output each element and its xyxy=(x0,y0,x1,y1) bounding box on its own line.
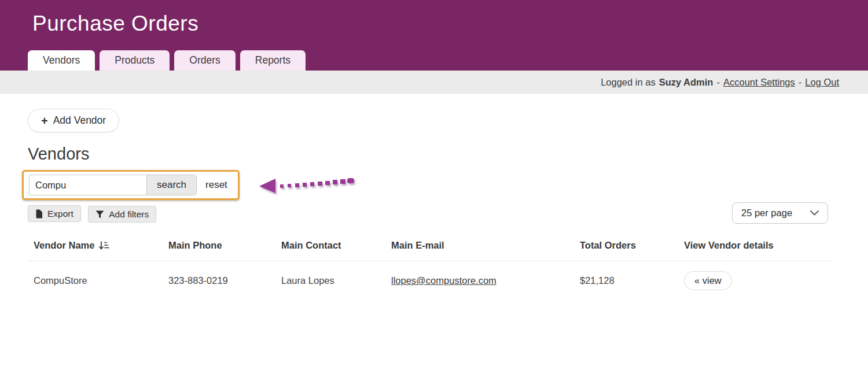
column-header-main-contact: Main Contact xyxy=(281,240,391,251)
total-orders-cell: $21,128 xyxy=(580,275,684,286)
column-header-view-details: View Vendor details xyxy=(684,240,832,251)
page-title: Purchase Orders xyxy=(32,12,198,36)
export-button[interactable]: Export xyxy=(28,205,81,222)
vendor-search-input[interactable] xyxy=(29,175,146,195)
main-content: + Add Vendor Vendors search reset xyxy=(0,94,868,302)
column-header-main-phone: Main Phone xyxy=(168,240,281,251)
per-page-select[interactable]: 25 per page xyxy=(732,202,828,224)
separator: - xyxy=(716,77,720,88)
table-header-row: Vendor Name Main Phone Main Contact Main… xyxy=(28,240,832,261)
separator: - xyxy=(799,77,802,88)
filter-row: Export Add filters 25 per page xyxy=(28,205,868,226)
per-page-value: 25 per page xyxy=(741,208,792,219)
main-phone-cell: 323-883-0219 xyxy=(168,275,281,286)
tab-vendors[interactable]: Vendors xyxy=(28,50,95,71)
chevron-down-icon xyxy=(810,210,819,216)
filter-funnel-icon xyxy=(95,210,104,219)
search-highlight-box: search reset xyxy=(22,170,240,200)
logout-link[interactable]: Log Out xyxy=(805,77,839,88)
tab-bar: Vendors Products Orders Reports xyxy=(28,50,306,71)
view-vendor-button[interactable]: « view xyxy=(684,271,732,290)
arrow-left-annotation-icon xyxy=(259,174,355,196)
reset-button[interactable]: reset xyxy=(205,179,227,191)
tab-reports[interactable]: Reports xyxy=(240,50,306,71)
column-header-main-email: Main E-mail xyxy=(391,240,580,251)
user-bar: Logged in as Suzy Admin - Account Settin… xyxy=(0,71,868,94)
column-header-total-orders: Total Orders xyxy=(580,240,684,251)
app-header: Purchase Orders Vendors Products Orders … xyxy=(0,0,868,71)
file-icon xyxy=(35,209,43,219)
plus-icon: + xyxy=(41,115,48,127)
main-contact-cell: Laura Lopes xyxy=(281,275,391,286)
column-header-vendor-name[interactable]: Vendor Name xyxy=(28,240,168,251)
username: Suzy Admin xyxy=(659,77,713,88)
export-label: Export xyxy=(47,209,73,219)
vendor-email-link[interactable]: llopes@compustore.com xyxy=(391,275,496,286)
vendor-name-cell: CompuStore xyxy=(28,275,168,286)
account-settings-link[interactable]: Account Settings xyxy=(723,77,795,88)
add-filters-label: Add filters xyxy=(109,209,149,220)
vendor-table: Vendor Name Main Phone Main Contact Main… xyxy=(28,240,832,302)
add-filters-button[interactable]: Add filters xyxy=(88,206,156,223)
tab-orders[interactable]: Orders xyxy=(174,50,235,71)
section-heading: Vendors xyxy=(28,145,868,164)
add-vendor-button[interactable]: + Add Vendor xyxy=(28,109,119,132)
table-row: CompuStore 323-883-0219 Laura Lopes llop… xyxy=(28,261,832,302)
vendor-name-header-label: Vendor Name xyxy=(34,240,94,251)
search-row: search reset xyxy=(28,170,868,200)
tab-products[interactable]: Products xyxy=(100,50,170,71)
add-vendor-label: Add Vendor xyxy=(53,114,106,127)
logged-in-prefix: Logged in as xyxy=(601,77,656,88)
search-button[interactable]: search xyxy=(146,175,197,195)
sort-ascending-icon xyxy=(98,240,109,251)
